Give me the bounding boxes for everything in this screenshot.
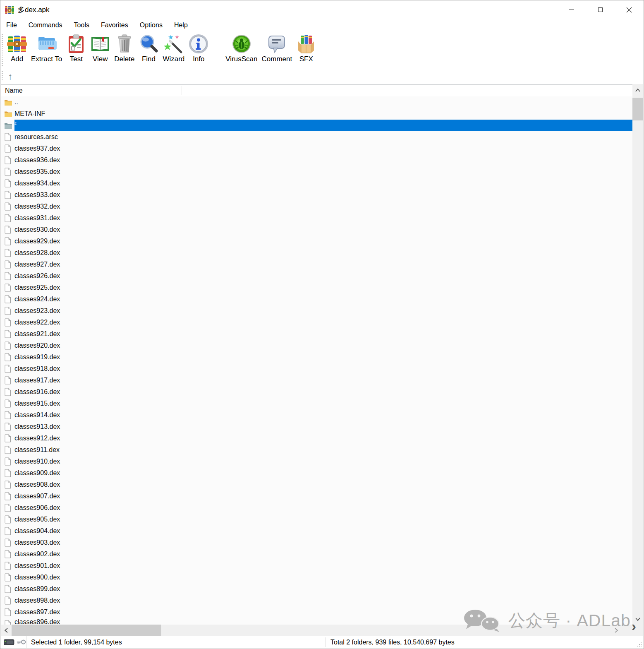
list-item[interactable]: classes936.dex	[1, 154, 632, 166]
maximize-button[interactable]	[586, 0, 615, 19]
list-item[interactable]: classes903.dex	[1, 537, 632, 548]
file-name-area: £	[14, 120, 632, 131]
list-item[interactable]: classes922.dex	[1, 317, 632, 328]
file-icon	[4, 562, 11, 570]
list-item[interactable]: ..	[1, 96, 632, 108]
list-item[interactable]: classes930.dex	[1, 224, 632, 236]
list-item[interactable]: resources.arsc	[1, 131, 632, 143]
list-item[interactable]: classes897.dex	[1, 606, 632, 618]
file-icon-cell	[4, 446, 14, 454]
list-item[interactable]: classes912.dex	[1, 433, 632, 444]
list-item[interactable]: classes918.dex	[1, 363, 632, 375]
list-item[interactable]: classes902.dex	[1, 548, 632, 560]
view-button[interactable]: View	[90, 31, 110, 63]
file-icon	[4, 295, 11, 303]
list-item[interactable]: classes911.dex	[1, 444, 632, 456]
column-header-name[interactable]: Name	[1, 84, 643, 96]
list-item[interactable]: classes905.dex	[1, 514, 632, 525]
test-button[interactable]: Test	[66, 31, 86, 63]
list-item[interactable]: classes928.dex	[1, 247, 632, 259]
list-item[interactable]: classes933.dex	[1, 189, 632, 201]
resize-grip[interactable]	[637, 642, 642, 647]
menu-item-tools[interactable]: Tools	[68, 19, 95, 31]
file-name-area: classes909.dex	[14, 467, 632, 479]
column-divider[interactable]	[182, 86, 182, 95]
list-item[interactable]: classes937.dex	[1, 143, 632, 154]
info-button[interactable]: Info	[189, 31, 208, 63]
find-button[interactable]: Find	[139, 31, 158, 63]
file-icon	[4, 226, 11, 234]
minimize-button[interactable]	[557, 0, 586, 19]
list-item[interactable]: classes904.dex	[1, 525, 632, 537]
file-name: classes904.dex	[14, 527, 60, 535]
list-item[interactable]: classes926.dex	[1, 270, 632, 282]
file-name-area: classes934.dex	[14, 178, 632, 189]
list-item[interactable]: classes900.dex	[1, 572, 632, 583]
list-item[interactable]: classes906.dex	[1, 502, 632, 514]
list-item[interactable]: classes921.dex	[1, 328, 632, 340]
list-item[interactable]: classes920.dex	[1, 340, 632, 351]
list-item[interactable]: classes925.dex	[1, 282, 632, 293]
virusscan-button[interactable]: VirusScan	[225, 31, 257, 63]
horizontal-scroll-thumb[interactable]	[12, 625, 161, 636]
scroll-up-button[interactable]	[632, 85, 643, 96]
close-icon	[626, 7, 632, 13]
file-name-area: classes931.dex	[14, 212, 632, 224]
vertical-scrollbar[interactable]	[632, 84, 643, 625]
toolbar-gripper[interactable]	[2, 34, 3, 66]
view-icon	[90, 34, 110, 54]
up-directory-button[interactable]: ↑	[8, 72, 13, 82]
menu-item-file[interactable]: File	[0, 19, 23, 31]
file-name-area: ..	[14, 96, 632, 108]
scroll-down-button[interactable]	[632, 614, 643, 625]
wizard-button[interactable]: Wizard	[163, 31, 184, 63]
close-button[interactable]	[615, 0, 644, 19]
extract-button[interactable]: Extract To	[31, 31, 62, 63]
list-item[interactable]: classes929.dex	[1, 236, 632, 247]
file-name: classes919.dex	[14, 353, 60, 361]
list-item[interactable]: classes898.dex	[1, 595, 632, 606]
scroll-left-button[interactable]	[1, 625, 12, 636]
list-item[interactable]: classes924.dex	[1, 293, 632, 305]
list-item[interactable]: classes915.dex	[1, 398, 632, 409]
file-name-area: classes907.dex	[14, 490, 632, 502]
list-item[interactable]: classes917.dex	[1, 375, 632, 386]
list-item[interactable]: classes927.dex	[1, 259, 632, 270]
list-item[interactable]: classes913.dex	[1, 421, 632, 433]
list-item[interactable]: £	[1, 120, 632, 131]
list-item[interactable]: classes901.dex	[1, 560, 632, 572]
list-item[interactable]: classes935.dex	[1, 166, 632, 178]
list-item[interactable]: classes910.dex	[1, 456, 632, 467]
list-item[interactable]: classes914.dex	[1, 409, 632, 421]
list-item[interactable]: classes934.dex	[1, 178, 632, 189]
add-button[interactable]: Add	[7, 31, 27, 63]
key-icon	[17, 639, 26, 646]
list-item[interactable]: classes931.dex	[1, 212, 632, 224]
menu-item-commands[interactable]: Commands	[23, 19, 68, 31]
delete-button[interactable]: Delete	[114, 31, 134, 63]
list-item[interactable]: classes919.dex	[1, 351, 632, 363]
menu-item-favorites[interactable]: Favorites	[95, 19, 134, 31]
menu-item-options[interactable]: Options	[134, 19, 168, 31]
file-icon-cell	[4, 481, 14, 489]
list-item[interactable]: classes899.dex	[1, 583, 632, 595]
menu-item-help[interactable]: Help	[168, 19, 194, 31]
vertical-scroll-thumb[interactable]	[632, 98, 643, 120]
list-item[interactable]: META-INF	[1, 108, 632, 120]
horizontal-scrollbar[interactable]	[1, 625, 633, 636]
list-item[interactable]: classes907.dex	[1, 490, 632, 502]
list-item[interactable]: classes896.dex	[1, 618, 632, 625]
comment-button[interactable]: Comment	[262, 31, 292, 63]
list-item[interactable]: classes916.dex	[1, 386, 632, 398]
scroll-right-button[interactable]	[611, 625, 622, 636]
list-item[interactable]: classes909.dex	[1, 467, 632, 479]
file-name-area: classes937.dex	[14, 143, 632, 154]
list-item[interactable]: classes908.dex	[1, 479, 632, 490]
sfx-button[interactable]: SFX	[296, 31, 316, 63]
pathbar-gripper[interactable]	[2, 71, 3, 82]
file-icon	[4, 144, 11, 153]
list-item[interactable]: classes923.dex	[1, 305, 632, 317]
chevron-right-icon	[615, 628, 618, 633]
list-item[interactable]: classes932.dex	[1, 201, 632, 212]
file-icon-cell	[4, 144, 14, 153]
